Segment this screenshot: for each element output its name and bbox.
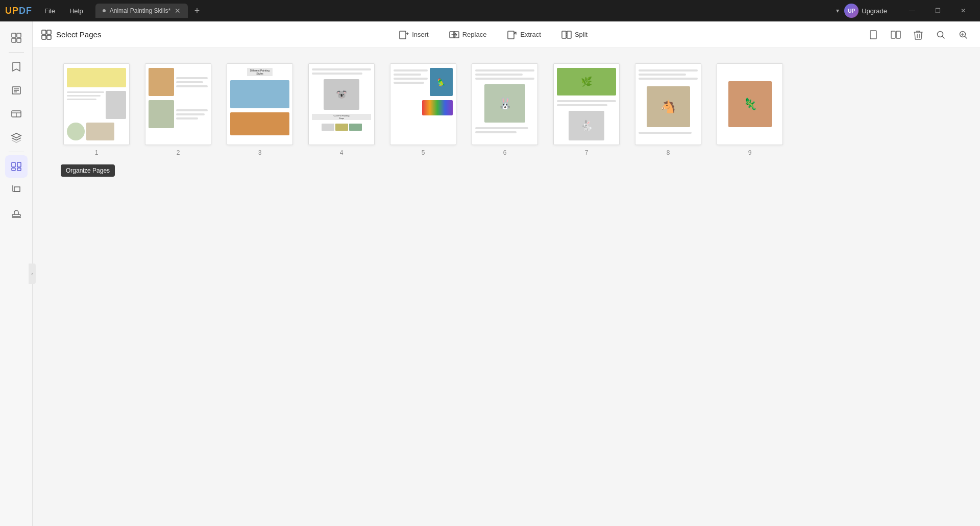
menu-file[interactable]: File <box>37 4 62 18</box>
view-double-button[interactable] <box>887 26 904 43</box>
upgrade-button[interactable]: UP Upgrade <box>844 4 887 18</box>
page-number: 2 <box>177 149 180 156</box>
replace-label: Replace <box>462 31 487 38</box>
insert-label: Insert <box>412 31 429 38</box>
user-avatar: UP <box>844 4 859 18</box>
search-button-2[interactable] <box>954 26 972 43</box>
sidebar-item-stamp[interactable] <box>5 202 28 225</box>
sidebar-item-crop[interactable] <box>5 179 28 201</box>
sidebar-divider-1 <box>9 52 24 53</box>
restore-button[interactable]: ❐ <box>926 3 949 19</box>
dropdown-arrow-icon[interactable]: ▾ <box>836 7 839 14</box>
app-logo: UPDF <box>5 6 32 16</box>
page-thumbnail: 🐴 <box>635 63 701 145</box>
extract-label: Extract <box>520 31 541 38</box>
single-page-icon <box>868 30 878 40</box>
view-single-button[interactable] <box>865 26 882 43</box>
minimize-button[interactable]: — <box>900 3 924 19</box>
page-thumbnail <box>145 63 211 145</box>
toolbar-replace-button[interactable]: Replace <box>445 28 491 42</box>
svg-rect-31 <box>870 31 876 39</box>
page-item[interactable]: Different PaintingStyles 3 <box>227 63 293 156</box>
search-button-1[interactable] <box>932 26 949 43</box>
select-pages-icon <box>41 29 52 40</box>
svg-rect-23 <box>47 35 51 39</box>
close-button[interactable]: ✕ <box>951 3 975 19</box>
select-pages-section: Select Pages <box>41 29 101 40</box>
svg-rect-21 <box>47 30 51 34</box>
sidebar-item-layers[interactable] <box>5 126 28 149</box>
page-item[interactable]: 🐴 8 <box>635 63 701 156</box>
page-item[interactable]: 🦎 9 <box>717 63 783 156</box>
page-item[interactable]: 🐰 6 <box>472 63 538 156</box>
page-number: 5 <box>422 149 425 156</box>
page-item[interactable]: 🦜 5 <box>390 63 456 156</box>
svg-rect-2 <box>12 38 16 42</box>
page-thumbnail: Different PaintingStyles <box>227 63 293 145</box>
svg-line-37 <box>965 36 967 38</box>
page-thumbnail <box>63 63 130 145</box>
tab-modified-dot <box>103 9 106 12</box>
page-item[interactable]: 2 <box>145 63 211 156</box>
sidebar-divider-2 <box>9 152 24 152</box>
split-icon <box>561 30 572 40</box>
page-item[interactable]: 🐨 Cute Pet PaintingSteps 4 <box>308 63 375 156</box>
search-icon-2 <box>959 30 968 39</box>
replace-icon <box>449 30 459 40</box>
delete-icon <box>914 30 923 40</box>
titlebar-right: ▾ UP Upgrade — ❐ ✕ <box>836 3 975 19</box>
main-content: Select Pages Insert <box>33 21 980 526</box>
upgrade-label: Upgrade <box>862 7 887 15</box>
search-icon-1 <box>936 30 945 39</box>
sidebar-item-thumbnail[interactable] <box>5 27 28 49</box>
tab-animal-painting[interactable]: Animal Painting Skills* ✕ <box>95 4 188 18</box>
split-label: Split <box>575 31 587 38</box>
sidebar-item-organize[interactable] <box>5 155 28 178</box>
svg-rect-20 <box>42 30 46 34</box>
svg-rect-0 <box>12 33 16 37</box>
page-thumbnail: 🐰 <box>472 63 538 145</box>
sidebar-item-fields[interactable] <box>5 103 28 125</box>
toolbar-actions: Insert Replace Ex <box>121 28 865 42</box>
sidebar: ‹ <box>0 21 33 526</box>
page-item[interactable]: 1 <box>63 63 130 156</box>
svg-rect-1 <box>17 33 21 37</box>
page-number: 7 <box>585 149 589 156</box>
page-item[interactable]: 🌿 🐇 7 <box>553 63 620 156</box>
toolbar-extract-button[interactable]: Extract <box>503 28 545 42</box>
tab-title: Animal Painting Skills* <box>110 7 170 14</box>
page-thumbnail: 🌿 🐇 <box>553 63 620 145</box>
svg-rect-27 <box>508 31 514 39</box>
svg-line-35 <box>942 36 944 38</box>
delete-button[interactable] <box>910 26 927 43</box>
tab-add-button[interactable]: + <box>190 4 204 18</box>
app-area: ‹ Select Pages <box>0 21 980 526</box>
toolbar-split-button[interactable]: Split <box>557 28 592 42</box>
page-number: 1 <box>95 149 99 156</box>
tab-area: Animal Painting Skills* ✕ + <box>95 4 836 18</box>
svg-rect-11 <box>12 162 15 167</box>
sidebar-item-bookmark[interactable] <box>5 56 28 78</box>
menu-help[interactable]: Help <box>62 4 90 18</box>
page-number: 4 <box>340 149 344 156</box>
svg-rect-29 <box>567 31 571 38</box>
titlebar: UPDF File Help Animal Painting Skills* ✕… <box>0 0 980 21</box>
svg-rect-32 <box>891 31 895 38</box>
menu-bar: File Help <box>37 4 90 18</box>
insert-icon <box>399 30 409 40</box>
page-thumbnail: 🦜 <box>390 63 456 145</box>
select-pages-label: Select Pages <box>56 30 101 39</box>
toolbar-insert-button[interactable]: Insert <box>395 28 433 42</box>
svg-rect-18 <box>12 214 20 217</box>
page-thumbnail: 🐨 Cute Pet PaintingSteps <box>308 63 375 145</box>
sidebar-collapse-arrow[interactable]: ‹ <box>29 264 36 284</box>
page-thumbnail: 🦎 <box>717 63 783 145</box>
toolbar-right <box>865 26 972 43</box>
page-number: 6 <box>503 149 507 156</box>
tab-close-button[interactable]: ✕ <box>175 7 181 15</box>
toolbar: Select Pages Insert <box>33 21 980 48</box>
svg-rect-28 <box>562 31 566 38</box>
extract-icon <box>507 30 517 40</box>
sidebar-item-annotation[interactable] <box>5 79 28 102</box>
svg-rect-24 <box>400 31 406 39</box>
